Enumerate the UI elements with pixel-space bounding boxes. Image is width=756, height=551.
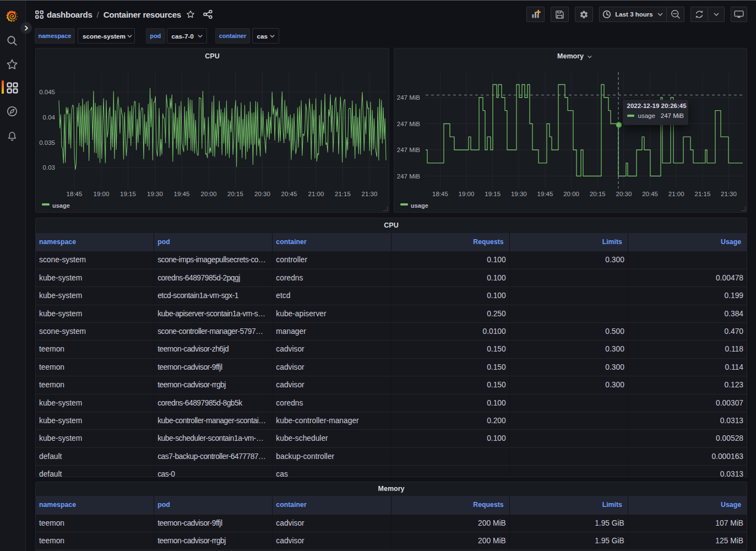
- svg-text:21:15: 21:15: [335, 191, 351, 197]
- svg-text:20:30: 20:30: [616, 191, 632, 197]
- svg-text:19:45: 19:45: [537, 191, 553, 197]
- svg-text:19:15: 19:15: [120, 191, 136, 197]
- svg-text:0.04: 0.04: [43, 114, 56, 121]
- svg-text:20:15: 20:15: [227, 191, 243, 197]
- svg-text:20:30: 20:30: [254, 191, 270, 197]
- svg-text:247 MiB: 247 MiB: [397, 121, 421, 127]
- svg-text:usage: usage: [411, 202, 428, 209]
- svg-text:247 MiB: 247 MiB: [397, 94, 421, 101]
- svg-text:247 MiB: 247 MiB: [397, 147, 421, 153]
- svg-text:18:45: 18:45: [67, 191, 83, 197]
- svg-text:21:30: 21:30: [362, 191, 378, 197]
- svg-text:20:15: 20:15: [590, 191, 606, 197]
- svg-text:19:30: 19:30: [511, 191, 527, 197]
- svg-text:18:45: 18:45: [432, 191, 448, 197]
- svg-text:19:00: 19:00: [94, 191, 110, 197]
- svg-text:0.03: 0.03: [43, 164, 55, 171]
- svg-text:19:15: 19:15: [485, 191, 501, 197]
- svg-text:21:00: 21:00: [308, 191, 324, 197]
- svg-text:usage: usage: [52, 202, 70, 209]
- svg-text:21:00: 21:00: [668, 191, 684, 197]
- svg-text:19:30: 19:30: [147, 191, 163, 197]
- svg-text:21:15: 21:15: [695, 191, 711, 197]
- svg-text:20:00: 20:00: [201, 191, 217, 197]
- svg-text:0.045: 0.045: [39, 89, 55, 95]
- svg-text:20:00: 20:00: [563, 191, 579, 197]
- svg-text:20:45: 20:45: [281, 191, 297, 197]
- svg-text:20:45: 20:45: [642, 191, 658, 197]
- svg-text:19:45: 19:45: [174, 191, 190, 197]
- svg-text:21:30: 21:30: [721, 191, 737, 197]
- svg-text:247 MiB: 247 MiB: [397, 173, 421, 180]
- svg-text:19:00: 19:00: [459, 191, 475, 197]
- svg-text:0.035: 0.035: [39, 139, 55, 146]
